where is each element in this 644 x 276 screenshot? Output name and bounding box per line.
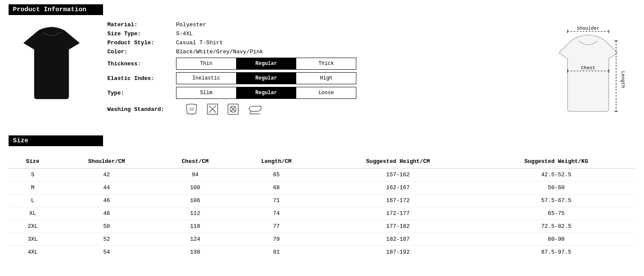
washing-row: Washing Standard: 30: [107, 102, 528, 116]
table-cell: 118: [156, 220, 234, 233]
table-row: XL4811274172-17765-75: [9, 207, 635, 220]
page: Product Information Material: Polyester …: [0, 0, 644, 263]
thickness-thick: Thick: [296, 58, 356, 69]
size-type-row: Size Type: S-4XL: [107, 31, 528, 37]
washing-label: Washing Standard:: [107, 106, 176, 113]
table-cell: 50: [57, 220, 156, 233]
tshirt-image: [9, 19, 94, 114]
table-cell: 42.5-52.5: [477, 169, 635, 181]
wash-30-icon: 30: [185, 102, 198, 116]
table-cell: 72.5-82.5: [477, 220, 635, 233]
svg-text:Shoulder: Shoulder: [577, 26, 600, 31]
thickness-bar: Thin Regular Thick: [176, 58, 356, 70]
col-weight: Suggested Weight/KG: [477, 155, 635, 169]
thickness-row: Thickness: Thin Regular Thick: [107, 58, 528, 70]
size-section: Size Size Shoulder/CM Chest/CM Length/CM…: [9, 135, 635, 258]
size-header: Size: [9, 135, 103, 146]
table-row: 4XL5413081187-19287.5-97.5: [9, 246, 635, 259]
svg-text:Chest: Chest: [581, 65, 595, 71]
table-cell: 57.5-67.5: [477, 194, 635, 207]
table-cell: 167-172: [319, 194, 477, 207]
product-details: Material: Polyester Size Type: S-4XL Pro…: [107, 19, 528, 116]
table-cell: 172-177: [319, 207, 477, 220]
table-cell: 65-75: [477, 207, 635, 220]
color-label: Color:: [107, 49, 176, 55]
table-cell: 182-187: [319, 233, 477, 246]
thickness-regular: Regular: [237, 58, 297, 69]
no-tumble-icon: [227, 103, 240, 116]
elastic-high: High: [296, 73, 356, 84]
thickness-thin: Thin: [176, 58, 237, 69]
type-regular: Regular: [237, 87, 297, 98]
table-row: M4410068162-16750-60: [9, 181, 635, 194]
col-size: Size: [9, 155, 57, 169]
table-cell: 4XL: [9, 246, 57, 259]
table-row: 3XL5212479182-18780-90: [9, 233, 635, 246]
product-info-header: Product Information: [9, 4, 103, 15]
table-cell: 94: [156, 169, 234, 181]
svg-line-8: [250, 111, 251, 114]
table-cell: 80-90: [477, 233, 635, 246]
no-bleach-icon: [206, 103, 219, 116]
type-bar: Slim Regular Loose: [176, 87, 356, 99]
table-row: L4610671167-17257.5-67.5: [9, 194, 635, 207]
table-cell: 124: [156, 233, 234, 246]
table-cell: 68: [234, 181, 319, 194]
table-cell: 48: [57, 207, 156, 220]
product-style-value: Casual T-Shirt: [176, 40, 223, 46]
material-row: Material: Polyester: [107, 21, 528, 28]
iron-icon: [247, 103, 263, 116]
material-label: Material:: [107, 21, 176, 28]
elastic-inelastic: Inelastic: [176, 73, 237, 84]
table-cell: 2XL: [9, 220, 57, 233]
col-length: Length/CM: [234, 155, 319, 169]
table-cell: 81: [234, 246, 319, 259]
elastic-regular: Regular: [237, 73, 297, 84]
table-cell: 44: [57, 181, 156, 194]
table-cell: 106: [156, 194, 234, 207]
table-row: 2XL5011877177-18272.5-82.5: [9, 220, 635, 233]
table-cell: 46: [57, 194, 156, 207]
product-style-row: Product Style: Casual T-Shirt: [107, 40, 528, 46]
material-value: Polyester: [176, 21, 206, 28]
table-cell: 71: [234, 194, 319, 207]
product-style-label: Product Style:: [107, 40, 176, 46]
washing-icons: 30: [185, 102, 263, 116]
table-cell: 100: [156, 181, 234, 194]
table-cell: 50-60: [477, 181, 635, 194]
svg-text:30: 30: [189, 107, 194, 112]
size-diagram: Shoulder Chest Length: [541, 19, 635, 127]
size-type-value: S-4XL: [176, 31, 193, 37]
table-cell: L: [9, 194, 57, 207]
type-slim: Slim: [176, 87, 237, 98]
table-cell: 177-182: [319, 220, 477, 233]
svg-text:Length: Length: [620, 71, 626, 88]
size-type-label: Size Type:: [107, 31, 176, 37]
col-shoulder: Shoulder/CM: [57, 155, 156, 169]
table-cell: 77: [234, 220, 319, 233]
table-cell: 187-192: [319, 246, 477, 259]
table-cell: 79: [234, 233, 319, 246]
thickness-label: Thickness:: [107, 61, 176, 67]
size-table: Size Shoulder/CM Chest/CM Length/CM Sugg…: [9, 155, 635, 258]
elastic-bar: Inelastic Regular High: [176, 72, 356, 84]
table-cell: XL: [9, 207, 57, 220]
elastic-row: Elastic Index: Inelastic Regular High: [107, 72, 528, 84]
table-cell: 112: [156, 207, 234, 220]
color-value: Black/White/Grey/Navy/Pink: [176, 49, 263, 55]
type-loose: Loose: [296, 87, 356, 98]
col-height: Suggested Height/CM: [319, 155, 477, 169]
table-cell: 162-167: [319, 181, 477, 194]
table-cell: 87.5-97.5: [477, 246, 635, 259]
table-cell: 65: [234, 169, 319, 181]
table-cell: S: [9, 169, 57, 181]
type-row: Type: Slim Regular Loose: [107, 87, 528, 99]
table-cell: 54: [57, 246, 156, 259]
table-cell: M: [9, 181, 57, 194]
table-cell: 74: [234, 207, 319, 220]
table-cell: 157-162: [319, 169, 477, 181]
type-label: Type:: [107, 90, 176, 96]
table-cell: 42: [57, 169, 156, 181]
product-info-section: Material: Polyester Size Type: S-4XL Pro…: [9, 19, 635, 127]
table-cell: 52: [57, 233, 156, 246]
